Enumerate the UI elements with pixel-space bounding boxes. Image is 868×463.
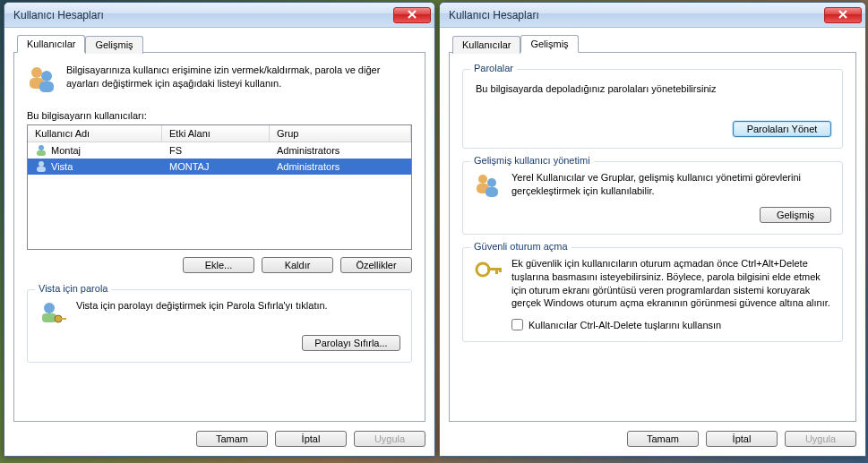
svg-rect-11 xyxy=(61,318,66,320)
svg-rect-7 xyxy=(37,167,46,172)
advanced-mgmt-legend: Gelişmiş kullanıcı yönetimi xyxy=(470,155,594,166)
password-buttons: Parolayı Sıfırla... xyxy=(39,335,400,351)
tabstrip: Kullanıcılar Gelişmiş xyxy=(449,35,856,53)
tab-advanced[interactable]: Gelişmiş xyxy=(85,36,142,54)
cell-domain: FS xyxy=(162,144,270,157)
svg-point-4 xyxy=(39,145,44,150)
cad-checkbox[interactable] xyxy=(511,319,523,330)
tab-advanced[interactable]: Gelişmiş xyxy=(520,35,578,53)
close-icon xyxy=(408,10,417,21)
list-buttons: Ekle... Kaldır Özellikler xyxy=(27,257,412,273)
user-listview[interactable]: Kullanıcı Adı Etki Alanı Grup Montaj FS … xyxy=(27,124,412,250)
svg-rect-19 xyxy=(499,268,502,272)
table-row[interactable]: Vista MONTAJ Administrators xyxy=(28,159,411,175)
ok-button[interactable]: Tamam xyxy=(196,431,268,447)
window-title: Kullanıcı Hesapları xyxy=(449,9,824,21)
advanced-button[interactable]: Gelişmiş xyxy=(760,207,831,223)
tab-users[interactable]: Kullanıcılar xyxy=(17,35,85,53)
titlebar[interactable]: Kullanıcı Hesapları xyxy=(440,3,865,28)
secure-logon-legend: Güvenli oturum açma xyxy=(470,241,572,252)
svg-rect-5 xyxy=(37,150,46,156)
cell-domain: MONTAJ xyxy=(162,160,270,173)
client-area: Kullanıcılar Gelişmiş Parolalar Bu bilgi… xyxy=(440,28,865,456)
col-group[interactable]: Grup xyxy=(270,125,411,141)
cad-checkbox-row: Kullanıcılar Ctrl-Alt-Delete tuşlarını k… xyxy=(511,319,831,330)
properties-button[interactable]: Özellikler xyxy=(340,257,412,273)
user-accounts-window-right: Kullanıcı Hesapları Kullanıcılar Gelişmi… xyxy=(439,2,866,457)
svg-rect-18 xyxy=(495,268,498,274)
cell-group: Administrators xyxy=(270,160,411,173)
list-label: Bu bilgisayarın kullanıcıları: xyxy=(27,110,412,121)
close-icon xyxy=(838,10,847,21)
password-text: Vista için parolayı değiştirmek için Par… xyxy=(76,299,400,313)
dialog-footer: Tamam İptal Uygula xyxy=(13,422,425,447)
svg-rect-9 xyxy=(42,313,56,322)
svg-point-0 xyxy=(31,67,42,78)
cell-group: Administrators xyxy=(270,144,411,157)
key-icon xyxy=(474,257,503,286)
tab-users[interactable]: Kullanıcılar xyxy=(452,36,520,54)
key-user-icon xyxy=(39,299,67,328)
close-button[interactable] xyxy=(824,7,862,23)
password-group: Vista için parola Vista için parolayı de… xyxy=(27,289,412,363)
advanced-mgmt-text: Yerel Kullanıcılar ve Gruplar, gelişmiş … xyxy=(511,171,831,198)
advanced-mgmt-group: Gelişmiş kullanıcı yönetimi Yerel Kullan… xyxy=(462,161,843,235)
cell-user: Vista xyxy=(51,161,73,172)
passwords-group: Parolalar Bu bilgisayarda depoladığınız … xyxy=(462,69,843,149)
apply-button[interactable]: Uygula xyxy=(785,431,856,447)
reset-password-button[interactable]: Parolayı Sıfırla... xyxy=(302,335,400,351)
svg-point-10 xyxy=(55,315,62,322)
user-accounts-window-left: Kullanıcı Hesapları Kullanıcılar Gelişmi… xyxy=(4,2,435,457)
intro-text: Bilgisayarınıza kullanıcı erişimine izin… xyxy=(66,64,412,90)
dialog-footer: Tamam İptal Uygula xyxy=(449,422,856,447)
cancel-button[interactable]: İptal xyxy=(275,431,347,447)
tabpanel-users: Bilgisayarınıza kullanıcı erişimine izin… xyxy=(13,52,425,422)
cell-user: Montaj xyxy=(51,145,81,156)
passwords-legend: Parolalar xyxy=(470,63,517,73)
svg-point-16 xyxy=(477,263,489,276)
users-icon xyxy=(474,171,503,200)
apply-button[interactable]: Uygula xyxy=(354,431,425,447)
svg-rect-15 xyxy=(486,187,498,197)
table-row[interactable]: Montaj FS Administrators xyxy=(28,142,411,159)
cad-checkbox-label: Kullanıcılar Ctrl-Alt-Delete tuşlarını k… xyxy=(529,320,721,330)
client-area: Kullanıcılar Gelişmiş Bilgisayarınıza ku… xyxy=(4,28,434,456)
password-group-legend: Vista için parola xyxy=(35,283,111,294)
col-domain[interactable]: Etki Alanı xyxy=(162,125,270,141)
cancel-button[interactable]: İptal xyxy=(706,431,778,447)
users-icon xyxy=(27,64,57,94)
intro-block: Bilgisayarınıza kullanıcı erişimine izin… xyxy=(27,64,412,94)
user-icon xyxy=(35,144,47,157)
window-title: Kullanıcı Hesapları xyxy=(13,9,393,21)
svg-point-6 xyxy=(39,161,44,167)
passwords-text: Bu bilgisayarda depoladığınız parolaları… xyxy=(474,79,831,103)
listview-header: Kullanıcı Adı Etki Alanı Grup xyxy=(28,125,411,142)
user-icon xyxy=(35,160,47,173)
tabstrip: Kullanıcılar Gelişmiş xyxy=(13,35,425,53)
titlebar[interactable]: Kullanıcı Hesapları xyxy=(4,3,434,28)
svg-rect-3 xyxy=(39,81,54,92)
tabpanel-advanced: Parolalar Bu bilgisayarda depoladığınız … xyxy=(449,52,856,422)
svg-point-8 xyxy=(44,303,55,313)
svg-point-13 xyxy=(487,178,496,187)
ok-button[interactable]: Tamam xyxy=(627,431,699,447)
secure-logon-group: Güvenli oturum açma Ek güvenlik için kul… xyxy=(462,247,843,342)
add-button[interactable]: Ekle... xyxy=(183,257,254,273)
col-username[interactable]: Kullanıcı Adı xyxy=(28,125,162,141)
manage-passwords-button[interactable]: Parolaları Yönet xyxy=(733,121,831,137)
close-button[interactable] xyxy=(393,7,431,23)
svg-point-12 xyxy=(478,175,487,184)
remove-button[interactable]: Kaldır xyxy=(262,257,333,273)
secure-logon-text: Ek güvenlik için kullanıcıların oturum a… xyxy=(511,257,831,310)
